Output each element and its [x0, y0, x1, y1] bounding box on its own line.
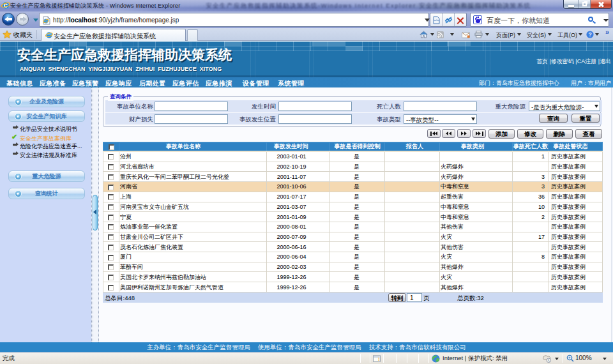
svg-text:!: ! — [378, 356, 379, 362]
svg-text:?: ? — [588, 31, 591, 38]
